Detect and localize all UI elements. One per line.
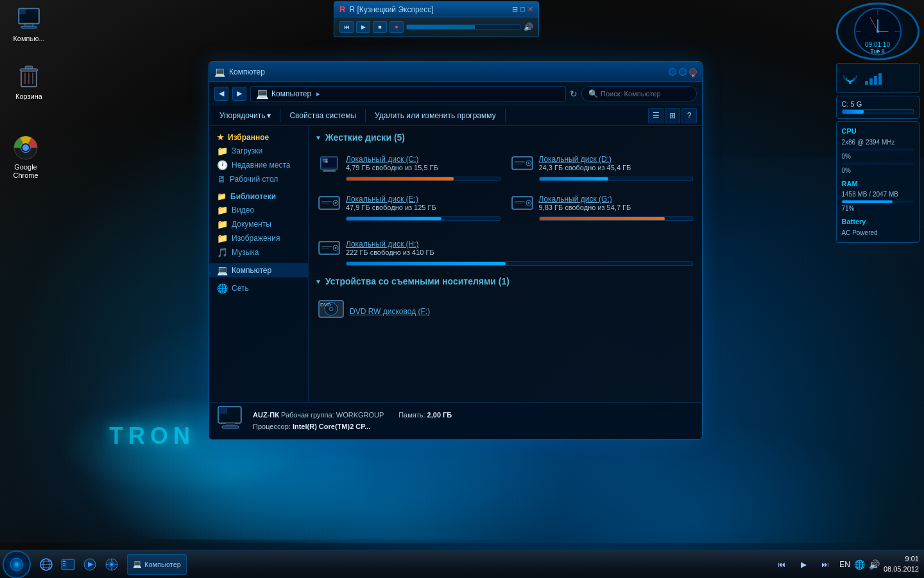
svg-rect-31: [323, 171, 336, 172]
explorer-window-title: Компютер: [229, 67, 265, 76]
taskbar-ie-icon[interactable]: [36, 554, 56, 575]
sidebar-item-video[interactable]: 📁 Видео: [209, 203, 308, 217]
media-play-btn[interactable]: ▶: [356, 21, 370, 33]
images-icon: 📁: [217, 233, 228, 243]
media-volume-icon: 🔊: [524, 22, 533, 31]
drive-c[interactable]: Локальный диск (C:) 4,79 ГБ свободно из …: [315, 149, 503, 184]
toolbar-sysinfo-btn[interactable]: Свойства системы: [284, 108, 361, 123]
drive-d-info: Локальный диск (D:) 24,3 ГБ свободно из …: [539, 155, 694, 171]
drive-c-top: Локальный диск (C:) 4,79 ГБ свободно из …: [318, 152, 501, 175]
systray-next-btn[interactable]: ⏭: [815, 554, 835, 575]
toolbar-separator-2: [365, 109, 366, 122]
sidebar-item-computer[interactable]: 💻 Компьютер: [209, 263, 308, 277]
signal-bar-3: [874, 76, 877, 85]
sidebar-item-documents[interactable]: 📁 Документы: [209, 217, 308, 231]
taskbar-explorer-icon[interactable]: [58, 554, 78, 575]
svg-rect-33: [325, 159, 327, 161]
organize-arrow-icon: ▾: [267, 111, 271, 120]
drive-h-icon: [318, 236, 341, 259]
wifi-icon: [841, 67, 860, 89]
explorer-minimize-btn[interactable]: [669, 68, 676, 76]
explorer-address-field[interactable]: 💻 Компьютер ▸: [250, 86, 566, 101]
sidebar-libraries-header[interactable]: 📁 Библиотеки: [209, 190, 308, 203]
explorer-back-btn[interactable]: ◀: [214, 87, 228, 101]
drive-g[interactable]: Локальный диск (G:) 9,83 ГБ свободно из …: [508, 189, 696, 223]
sidebar-item-network[interactable]: 🌐 Сеть: [209, 281, 308, 295]
drive-c-info: Локальный диск (C:) 4,79 ГБ свободно из …: [346, 155, 501, 171]
drive-d-bar-inner: [540, 177, 608, 180]
taskbar-explorer-window-btn[interactable]: 💻 Компьютер: [127, 554, 187, 575]
signal-bars: [865, 72, 882, 85]
drive-h-info: Локальный диск (H:) 222 ГБ свободно из 4…: [346, 240, 693, 256]
view-details-btn[interactable]: ☰: [648, 108, 663, 123]
svg-rect-58: [321, 246, 332, 247]
removable-section-header: ▼ Устройства со съемными носителями (1): [315, 276, 696, 286]
sidebar-item-images[interactable]: 📁 Изображения: [209, 231, 308, 245]
drive-g-icon: [511, 191, 534, 215]
drive-h[interactable]: Локальный диск (H:) 222 ГБ свободно из 4…: [315, 234, 696, 268]
drive-e-top: Локальный диск (E:) 47,9 ГБ свободно из …: [318, 191, 501, 215]
drive-h-free: 222 ГБ свободно из 410 ГБ: [346, 249, 693, 256]
view-tiles-btn[interactable]: ⊞: [665, 108, 680, 123]
systray-play-btn[interactable]: ▶: [793, 554, 814, 575]
systray-speaker-icon: 🔊: [869, 559, 880, 570]
desktop-icon-computer[interactable]: Компью...: [6, 6, 51, 43]
svg-point-72: [15, 563, 19, 566]
disk-widget: C: 5 G: [836, 96, 920, 119]
explorer-content: ★ Избранное 📁 Загрузки 🕐 Недавние места …: [209, 126, 702, 402]
desktop-icon-chrome[interactable]: GoogleChrome: [3, 135, 48, 180]
media-record-btn[interactable]: ●: [389, 21, 404, 33]
desktop-icon-trash[interactable]: Корзина: [6, 64, 51, 101]
explorer-search-field[interactable]: 🔍 Поиск: Компьютер: [581, 86, 697, 101]
hard-drives-title: Жесткие диски (5): [325, 132, 405, 143]
media-prev-btn[interactable]: ⏮: [339, 21, 354, 33]
toolbar-organize-btn[interactable]: Упорядочить ▾: [214, 108, 276, 123]
cpu-core2-pct: 0%: [842, 166, 914, 176]
explorer-forward-btn[interactable]: ▶: [232, 87, 246, 101]
drive-d[interactable]: Локальный диск (D:) 24,3 ГБ свободно из …: [508, 149, 696, 184]
svg-rect-52: [515, 201, 525, 202]
drive-h-name: Локальный диск (H:): [346, 240, 693, 249]
sidebar-item-desktop[interactable]: 🖥 Рабочий стол: [209, 172, 308, 186]
media-player-titlebar[interactable]: R R [Кузнецкий Экспресс] ⊟ □ ✕: [334, 2, 538, 17]
svg-rect-67: [219, 408, 227, 414]
sidebar-item-downloads[interactable]: 📁 Загрузки: [209, 144, 308, 158]
explorer-titlebar[interactable]: 💻 Компютер ✕: [209, 62, 702, 82]
svg-rect-47: [321, 204, 329, 204]
sidebar-favorites-header[interactable]: ★ Избранное: [209, 131, 308, 144]
status-line-1: AUZ-ПК Рабочая группа: WORKGROUP Память:…: [253, 410, 694, 421]
explorer-window: 💻 Компютер ✕ ◀ ▶ 💻 Компьютер ▸ ↻ 🔍 Поиск…: [209, 61, 703, 440]
address-refresh-btn[interactable]: ↻: [570, 89, 578, 99]
svg-rect-46: [321, 201, 332, 202]
device-dvd[interactable]: DVD DVD RW дисковод (F:): [315, 293, 696, 329]
media-maximize-btn[interactable]: □: [520, 5, 525, 13]
explorer-window-buttons[interactable]: ✕: [669, 68, 697, 76]
explorer-maximize-btn[interactable]: [679, 68, 687, 76]
help-btn[interactable]: ?: [681, 108, 697, 123]
media-progress-bar[interactable]: [406, 24, 521, 30]
svg-rect-8: [25, 66, 33, 69]
explorer-statusbar: AUZ-ПК Рабочая группа: WORKGROUP Память:…: [209, 402, 702, 439]
taskbar-ie2-icon[interactable]: [101, 554, 122, 575]
media-close-btn[interactable]: ✕: [527, 5, 533, 13]
hard-drives-arrow-icon: ▼: [315, 134, 321, 141]
explorer-sidebar: ★ Избранное 📁 Загрузки 🕐 Недавние места …: [209, 126, 309, 402]
media-player-r-icon: R: [339, 4, 345, 14]
drive-c-name: Локальный диск (C:): [346, 155, 501, 164]
explorer-close-btn[interactable]: ✕: [689, 68, 697, 76]
taskbar-window-title: Компьютер: [144, 561, 181, 568]
drive-e[interactable]: Локальный диск (E:) 47,9 ГБ свободно из …: [315, 189, 503, 223]
cpu-title: CPU: [842, 126, 914, 137]
media-minimize-btn[interactable]: ⊟: [512, 5, 518, 13]
drives-grid: Локальный диск (C:) 4,79 ГБ свободно из …: [315, 149, 696, 223]
media-stop-btn[interactable]: ■: [373, 21, 387, 33]
toolbar-uninstall-btn[interactable]: Удалить или изменить программу: [370, 108, 501, 123]
dvd-icon: DVD: [318, 295, 345, 327]
removable-arrow-icon: ▼: [315, 278, 321, 285]
systray-prev-btn[interactable]: ⏮: [771, 554, 792, 575]
sidebar-item-music[interactable]: 🎵 Музыка: [209, 245, 308, 259]
sidebar-item-recent[interactable]: 🕐 Недавние места: [209, 158, 308, 172]
device-dvd-info: DVD RW дисковод (F:): [350, 307, 430, 316]
start-button[interactable]: [3, 550, 31, 579]
taskbar-media-icon[interactable]: [80, 554, 100, 575]
